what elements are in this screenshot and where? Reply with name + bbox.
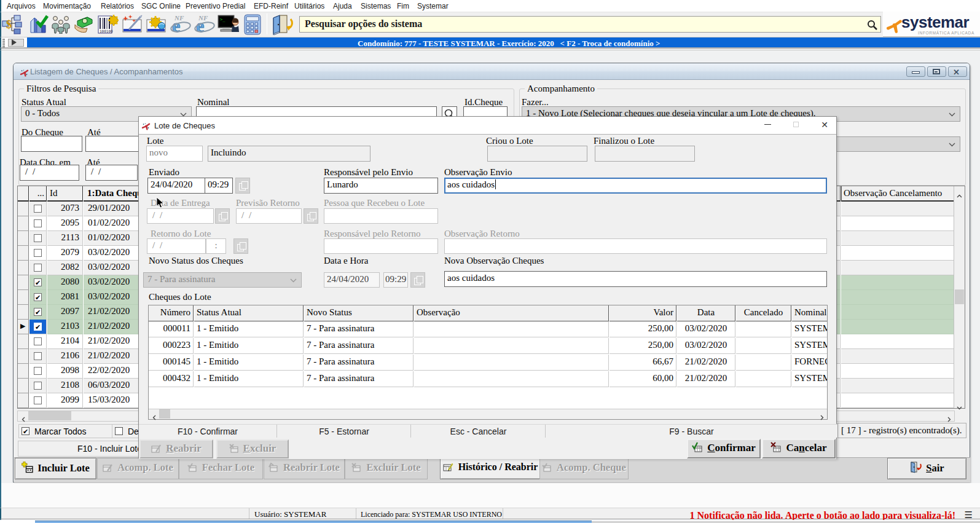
svg-text:$: $	[6, 18, 12, 31]
svg-text:>_: >_	[220, 17, 225, 22]
svg-text:100100: 100100	[100, 29, 113, 33]
